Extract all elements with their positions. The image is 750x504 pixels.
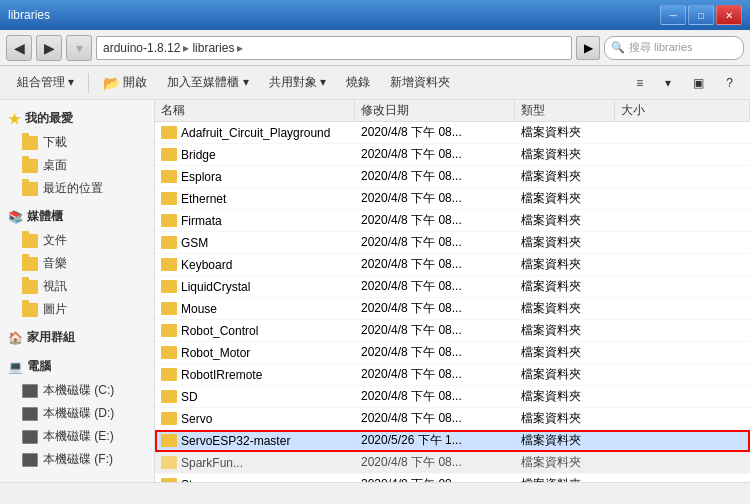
file-type-cell: 檔案資料夾 — [515, 124, 615, 141]
add-to-media-button[interactable]: 加入至媒體櫃 ▾ — [158, 69, 257, 97]
panel-button[interactable]: ▣ — [684, 69, 713, 97]
table-row[interactable]: Ethernet 2020/4/8 下午 08... 檔案資料夾 — [155, 188, 750, 210]
table-row[interactable]: GSM 2020/4/8 下午 08... 檔案資料夾 — [155, 232, 750, 254]
sidebar-item-video[interactable]: 視訊 — [0, 275, 154, 298]
table-row[interactable]: Servo 2020/4/8 下午 08... 檔案資料夾 — [155, 408, 750, 430]
sidebar-drive-f[interactable]: 本機磁碟 (F:) — [0, 448, 154, 471]
table-row[interactable]: Firmata 2020/4/8 下午 08... 檔案資料夾 — [155, 210, 750, 232]
file-type-cell: 檔案資料夾 — [515, 146, 615, 163]
table-row[interactable]: LiquidCrystal 2020/4/8 下午 08... 檔案資料夾 — [155, 276, 750, 298]
folder-icon — [161, 324, 177, 337]
sidebar-favorites-header[interactable]: ★ 我的最愛 — [0, 106, 154, 131]
file-date-cell: 2020/4/8 下午 08... — [355, 256, 515, 273]
back-button[interactable]: ◀ — [6, 35, 32, 61]
folder-icon — [161, 302, 177, 315]
drive-icon — [22, 407, 38, 421]
open-button[interactable]: 📂 開啟 — [94, 69, 156, 97]
status-bar — [0, 482, 750, 504]
sidebar-drive-e[interactable]: 本機磁碟 (E:) — [0, 425, 154, 448]
maximize-button[interactable]: □ — [688, 5, 714, 25]
window-controls: ─ □ ✕ — [660, 5, 742, 25]
sidebar-item-music[interactable]: 音樂 — [0, 252, 154, 275]
file-name-cell: SparkFun... — [155, 456, 355, 470]
sidebar-item-recent[interactable]: 最近的位置 — [0, 177, 154, 200]
file-name-cell: ServoESP32-master — [155, 434, 355, 448]
col-header-size[interactable]: 大小 — [615, 100, 750, 121]
folder-icon — [22, 136, 38, 150]
sidebar-drive-c[interactable]: 本機磁碟 (C:) — [0, 379, 154, 402]
file-date-cell: 2020/4/8 下午 08... — [355, 146, 515, 163]
address-go-button[interactable]: ▶ — [576, 36, 600, 60]
sidebar-item-downloads[interactable]: 下載 — [0, 131, 154, 154]
sidebar-item-desktop[interactable]: 桌面 — [0, 154, 154, 177]
file-date-cell: 2020/4/8 下午 08... — [355, 454, 515, 471]
homegroup-icon: 🏠 — [8, 331, 23, 345]
col-header-name[interactable]: 名稱 — [155, 100, 355, 121]
forward-button[interactable]: ▶ — [36, 35, 62, 61]
sidebar-favorites-section: ★ 我的最愛 下載 桌面 最近的位置 — [0, 106, 154, 200]
folder-icon — [161, 126, 177, 139]
breadcrumb-libraries: libraries — [192, 41, 234, 55]
folder-open-icon: 📂 — [103, 75, 120, 91]
sidebar-drive-d[interactable]: 本機磁碟 (D:) — [0, 402, 154, 425]
sidebar-media-header[interactable]: 📚 媒體櫃 — [0, 204, 154, 229]
file-date-cell: 2020/4/8 下午 08... — [355, 300, 515, 317]
drive-icon — [22, 384, 38, 398]
folder-icon — [161, 280, 177, 293]
table-row[interactable]: Adafruit_Circuit_Playground 2020/4/8 下午 … — [155, 122, 750, 144]
toolbar-views: ≡ ▾ ▣ ? — [627, 69, 742, 97]
table-row[interactable]: ServoESP32-master 2020/5/26 下午 1... 檔案資料… — [155, 430, 750, 452]
table-row[interactable]: Robot_Control 2020/4/8 下午 08... 檔案資料夾 — [155, 320, 750, 342]
file-name-cell: Esplora — [155, 170, 355, 184]
table-row[interactable]: RobotIRremote 2020/4/8 下午 08... 檔案資料夾 — [155, 364, 750, 386]
search-icon: 🔍 — [611, 41, 625, 54]
address-bar: ◀ ▶ ▾ arduino-1.8.12 ▸ libraries ▸ ▶ 🔍 搜… — [0, 30, 750, 66]
file-date-cell: 2020/4/8 下午 08... — [355, 212, 515, 229]
sidebar-item-documents[interactable]: 文件 — [0, 229, 154, 252]
drive-icon — [22, 453, 38, 467]
dropdown-nav-button[interactable]: ▾ — [66, 35, 92, 61]
table-row[interactable]: Robot_Motor 2020/4/8 下午 08... 檔案資料夾 — [155, 342, 750, 364]
col-header-date[interactable]: 修改日期 — [355, 100, 515, 121]
folder-icon — [22, 159, 38, 173]
search-box[interactable]: 🔍 搜尋 libraries — [604, 36, 744, 60]
file-type-cell: 檔案資料夾 — [515, 476, 615, 482]
sidebar-item-pictures[interactable]: 圖片 — [0, 298, 154, 321]
file-name-cell: Ethernet — [155, 192, 355, 206]
help-button[interactable]: ? — [717, 69, 742, 97]
folder-icon — [22, 234, 38, 248]
file-date-cell: 2020/4/8 下午 08... — [355, 168, 515, 185]
close-button[interactable]: ✕ — [716, 5, 742, 25]
table-row[interactable]: SD 2020/4/8 下午 08... 檔案資料夾 — [155, 386, 750, 408]
folder-icon — [161, 478, 177, 482]
file-name-cell: Bridge — [155, 148, 355, 162]
col-header-type[interactable]: 類型 — [515, 100, 615, 121]
table-row[interactable]: Stepper 2020/4/8 下午 08... 檔案資料夾 — [155, 474, 750, 482]
minimize-button[interactable]: ─ — [660, 5, 686, 25]
file-name-cell: Stepper — [155, 478, 355, 483]
file-type-cell: 檔案資料夾 — [515, 190, 615, 207]
toolbar-separator-1 — [88, 73, 89, 93]
main-area: ★ 我的最愛 下載 桌面 最近的位置 📚 媒體櫃 — [0, 100, 750, 482]
table-row[interactable]: Esplora 2020/4/8 下午 08... 檔案資料夾 — [155, 166, 750, 188]
file-type-cell: 檔案資料夾 — [515, 432, 615, 449]
views-dropdown-button[interactable]: ▾ — [656, 69, 680, 97]
breadcrumb-arduino: arduino-1.8.12 — [103, 41, 180, 55]
table-row[interactable]: SparkFun... 2020/4/8 下午 08... 檔案資料夾 — [155, 452, 750, 474]
new-folder-button[interactable]: 新增資料夾 — [381, 69, 459, 97]
address-path[interactable]: arduino-1.8.12 ▸ libraries ▸ — [96, 36, 572, 60]
sidebar-homegroup-header[interactable]: 🏠 家用群組 — [0, 325, 154, 350]
sidebar: ★ 我的最愛 下載 桌面 最近的位置 📚 媒體櫃 — [0, 100, 155, 482]
table-row[interactable]: Mouse 2020/4/8 下午 08... 檔案資料夾 — [155, 298, 750, 320]
drive-icon — [22, 430, 38, 444]
sidebar-computer-header[interactable]: 💻 電腦 — [0, 354, 154, 379]
burn-button[interactable]: 燒錄 — [337, 69, 379, 97]
share-button[interactable]: 共用對象 ▾ — [260, 69, 335, 97]
table-row[interactable]: Keyboard 2020/4/8 下午 08... 檔案資料夾 — [155, 254, 750, 276]
organize-button[interactable]: 組合管理 ▾ — [8, 69, 83, 97]
folder-icon — [161, 390, 177, 403]
table-row[interactable]: Bridge 2020/4/8 下午 08... 檔案資料夾 — [155, 144, 750, 166]
star-icon: ★ — [8, 111, 21, 127]
views-button[interactable]: ≡ — [627, 69, 652, 97]
file-list: Adafruit_Circuit_Playground 2020/4/8 下午 … — [155, 122, 750, 482]
